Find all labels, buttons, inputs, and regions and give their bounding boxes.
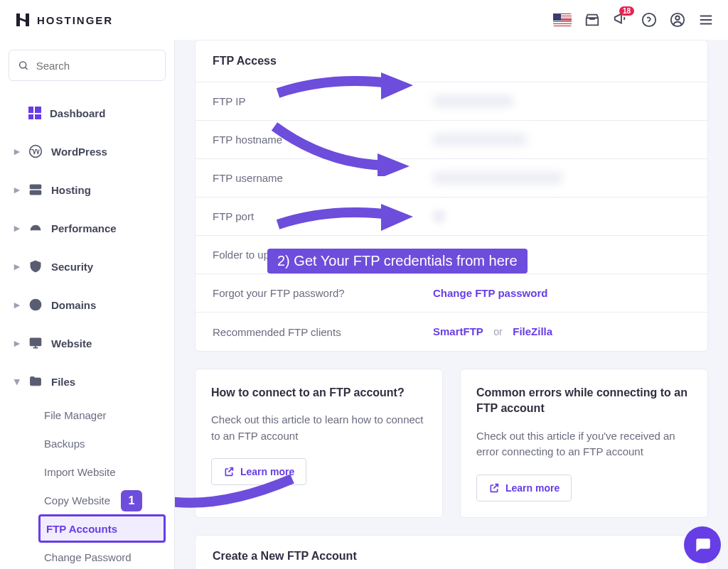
sidebar-item-domains[interactable]: ▸ Domains: [9, 286, 166, 324]
sidebar: ▸ Dashboard ▸ WordPress ▸ Hosting ▸ Perf…: [0, 40, 175, 569]
row-ftp-username: FTP username u1234567.yourdomain.com: [196, 158, 707, 197]
nav-label: Security: [51, 261, 93, 273]
nav-label: Files: [51, 376, 75, 388]
nav-label: Hosting: [51, 184, 91, 196]
app-header: HOSTINGER 18: [0, 0, 728, 40]
label: Recommended FTP clients: [213, 326, 433, 338]
sidebar-item-security[interactable]: ▸ Security: [9, 247, 166, 286]
chevron-right-icon: ▸: [14, 337, 20, 349]
brand-logo[interactable]: HOSTINGER: [14, 11, 113, 28]
nav-label: Website: [51, 337, 92, 349]
filezilla-link[interactable]: FileZilla: [513, 325, 552, 337]
row-ftp-hostname: FTP hostname ftp.yourdomain.com: [196, 120, 707, 158]
files-submenu: File Manager Backups Import Website Copy…: [9, 401, 166, 569]
account-icon[interactable]: [670, 12, 685, 28]
menu-icon[interactable]: [698, 12, 714, 28]
label: FTP hostname: [213, 134, 433, 146]
chevron-right-icon: ▸: [14, 145, 20, 158]
create-ftp-card: Create a New FTP Account: [195, 535, 708, 569]
label: FTP IP: [213, 95, 433, 107]
sidebar-item-files[interactable]: ▾ Files: [9, 362, 166, 401]
sub-import-website[interactable]: Import Website: [38, 457, 166, 486]
ftp-access-title: FTP Access: [213, 55, 690, 67]
ftp-port-value: 21: [433, 210, 445, 222]
chevron-right-icon: ▸: [14, 298, 20, 311]
learn-more-errors-button[interactable]: Learn more: [476, 475, 572, 502]
ftp-ip-value: 123.456.789.012: [433, 95, 513, 107]
shield-icon: [28, 259, 43, 273]
sub-change-password[interactable]: Change Password: [38, 543, 166, 569]
row-ftp-clients: Recommended FTP clients SmartFTP or File…: [196, 312, 707, 351]
chat-button[interactable]: [684, 526, 721, 563]
nav-label: WordPress: [51, 146, 107, 158]
row-ftp-ip: FTP IP 123.456.789.012: [196, 82, 707, 120]
monitor-icon: [28, 336, 43, 350]
svg-rect-10: [31, 338, 41, 345]
search-icon: [18, 59, 29, 72]
card-title: How to connect to an FTP account?: [211, 385, 427, 401]
sidebar-item-wordpress[interactable]: ▸ WordPress: [9, 132, 166, 170]
brand-name: HOSTINGER: [37, 14, 113, 26]
card-title: Common errors while connecting to an FTP…: [476, 385, 692, 417]
card-desc: Check out this article if you've receive…: [476, 428, 692, 460]
change-ftp-password-link[interactable]: Change FTP password: [433, 287, 547, 299]
chevron-right-icon: ▸: [14, 222, 20, 234]
nav-label: Performance: [51, 222, 117, 234]
sub-ftp-accounts[interactable]: FTP Accounts: [38, 514, 166, 543]
chat-icon: [693, 536, 712, 554]
external-link-icon: [488, 482, 500, 494]
nav-label: Domains: [51, 299, 96, 311]
sidebar-item-website[interactable]: ▸ Website: [9, 324, 166, 362]
help-icon[interactable]: [641, 12, 657, 28]
sub-copy-website[interactable]: Copy Website: [38, 486, 166, 514]
sidebar-item-performance[interactable]: ▸ Performance: [9, 209, 166, 247]
card-desc: Check out this article to learn how to c…: [211, 412, 427, 444]
svg-point-7: [32, 186, 33, 188]
wordpress-icon: [28, 144, 43, 158]
chevron-right-icon: ▸: [14, 183, 20, 196]
smartftp-link[interactable]: SmartFTP: [433, 325, 483, 337]
sidebar-item-dashboard[interactable]: ▸ Dashboard: [9, 94, 166, 132]
folder-icon: [28, 374, 43, 389]
search-input[interactable]: [36, 60, 156, 72]
row-forgot-password: Forgot your FTP password? Change FTP pas…: [196, 273, 707, 312]
clients-separator: or: [493, 326, 502, 337]
gauge-icon: [28, 221, 43, 235]
notifications-button[interactable]: 18: [613, 11, 628, 29]
learn-more-connect-button[interactable]: Learn more: [211, 458, 306, 485]
dashboard-icon: [28, 107, 41, 119]
label: FTP username: [213, 172, 433, 184]
annotation-step-1: 1: [121, 490, 142, 511]
hostinger-logo-icon: [14, 11, 31, 28]
help-cards: How to connect to an FTP account? Check …: [195, 369, 708, 518]
sub-backups[interactable]: Backups: [38, 429, 166, 457]
external-link-icon: [223, 466, 235, 477]
sub-file-manager[interactable]: File Manager: [38, 401, 166, 429]
server-icon: [28, 183, 43, 197]
sidebar-search[interactable]: [9, 50, 166, 81]
create-ftp-title: Create a New FTP Account: [213, 550, 690, 563]
nav-label: Dashboard: [50, 107, 105, 119]
row-ftp-port: FTP port 21: [196, 197, 707, 235]
ftp-access-card: FTP Access FTP IP 123.456.789.012 FTP ho…: [195, 40, 708, 352]
locale-flag-us[interactable]: [553, 13, 572, 26]
notification-badge: 18: [619, 6, 634, 16]
globe-icon: [28, 298, 43, 312]
chevron-right-icon: ▸: [14, 260, 20, 273]
annotation-step-2: 2) Get Your FTP credentials from here: [267, 249, 528, 273]
header-actions: 18: [553, 11, 714, 29]
svg-point-3: [20, 62, 26, 68]
content-area: FTP Access FTP IP 123.456.789.012 FTP ho…: [175, 40, 728, 569]
help-connect-card: How to connect to an FTP account? Check …: [195, 369, 443, 518]
label: Forgot your FTP password?: [213, 287, 433, 299]
label: FTP port: [213, 210, 433, 222]
svg-point-2: [675, 16, 680, 21]
help-errors-card: Common errors while connecting to an FTP…: [460, 369, 708, 518]
ftp-username-value: u1234567.yourdomain.com: [433, 172, 562, 184]
svg-point-0: [643, 13, 655, 26]
ftp-hostname-value: ftp.yourdomain.com: [433, 134, 527, 146]
sidebar-item-hosting[interactable]: ▸ Hosting: [9, 170, 166, 209]
svg-point-8: [32, 192, 33, 193]
marketplace-icon[interactable]: [584, 12, 600, 28]
chevron-down-icon: ▾: [14, 375, 20, 388]
